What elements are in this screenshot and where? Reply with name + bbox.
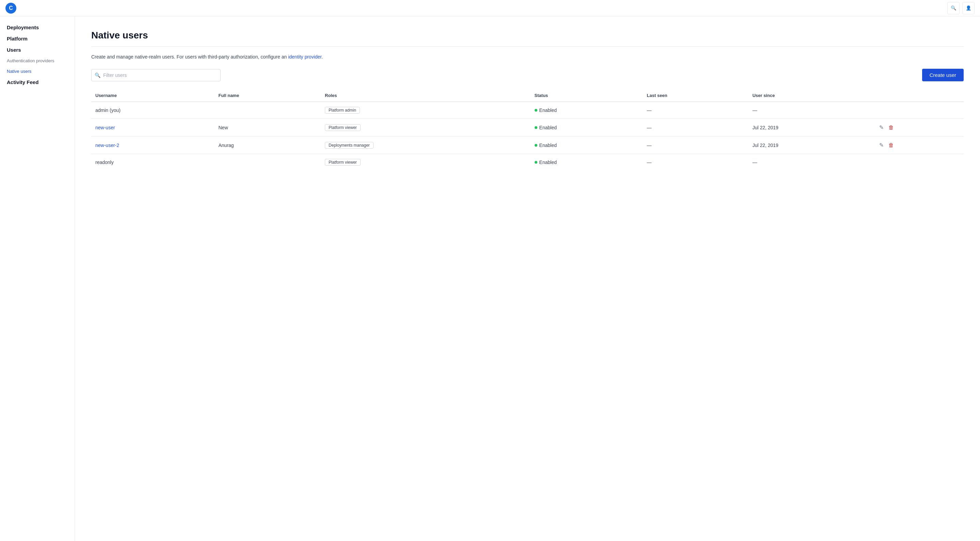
status-text-2: Enabled	[539, 143, 557, 148]
cell-lastseen-3: —	[643, 154, 748, 171]
create-user-button[interactable]: Create user	[922, 69, 964, 81]
sidebar-item-platform[interactable]: Platform	[0, 33, 75, 44]
status-dot-icon	[535, 126, 537, 129]
role-badge-3: Platform viewer	[325, 159, 361, 166]
status-enabled-1: Enabled	[535, 125, 639, 130]
table-row: new-userNewPlatform viewerEnabled—Jul 22…	[91, 119, 964, 136]
username-link-2[interactable]: new-user-2	[95, 143, 119, 148]
cell-status-0: Enabled	[531, 102, 643, 119]
cell-lastseen-0: —	[643, 102, 748, 119]
status-enabled-2: Enabled	[535, 143, 639, 148]
cell-role-3: Platform viewer	[321, 154, 531, 171]
col-lastseen: Last seen	[643, 89, 748, 102]
table-row: readonlyPlatform viewerEnabled——	[91, 154, 964, 171]
col-status: Status	[531, 89, 643, 102]
sidebar-item-activity-feed[interactable]: Activity Feed	[0, 76, 75, 88]
col-usersince: User since	[748, 89, 875, 102]
sidebar-item-deployments[interactable]: Deployments	[0, 22, 75, 33]
col-actions	[875, 89, 964, 102]
cell-fullname-1: New	[214, 119, 321, 136]
cell-role-0: Platform admin	[321, 102, 531, 119]
top-bar: C 🔍 👤	[0, 0, 980, 16]
status-dot-icon	[535, 109, 537, 112]
cell-username-3: readonly	[91, 154, 214, 171]
status-text-3: Enabled	[539, 160, 557, 165]
cell-actions-3	[875, 154, 964, 171]
username-link-1[interactable]: new-user	[95, 125, 115, 130]
edit-button-2[interactable]: ✎	[878, 141, 884, 149]
page-description: Create and manage native-realm users. Fo…	[91, 54, 964, 60]
table-row: new-user-2AnuragDeployments managerEnabl…	[91, 136, 964, 154]
cell-usersince-0: —	[748, 102, 875, 119]
sidebar-item-native-users[interactable]: Native users	[0, 66, 75, 76]
cell-lastseen-2: —	[643, 136, 748, 154]
users-table: Username Full name Roles Status Last see…	[91, 89, 964, 170]
table-row: admin (you)Platform adminEnabled——	[91, 102, 964, 119]
logo-symbol: C	[9, 5, 13, 11]
page-title: Native users	[91, 30, 964, 41]
app-body: Deployments Platform Users Authenticatio…	[0, 16, 980, 541]
table-header: Username Full name Roles Status Last see…	[91, 89, 964, 102]
cell-fullname-0	[214, 102, 321, 119]
user-button[interactable]: 👤	[962, 2, 975, 14]
sidebar-item-auth-providers[interactable]: Authentication providers	[0, 56, 75, 66]
cell-username-0: admin (you)	[91, 102, 214, 119]
cell-status-1: Enabled	[531, 119, 643, 136]
cell-actions-1: ✎🗑	[875, 119, 964, 136]
cell-username-1: new-user	[91, 119, 214, 136]
identity-provider-link[interactable]: identity provider	[288, 54, 321, 60]
app-logo[interactable]: C	[5, 3, 16, 14]
cell-usersince-3: —	[748, 154, 875, 171]
status-dot-icon	[535, 161, 537, 163]
toolbar: 🔍 Create user	[91, 69, 964, 81]
cell-lastseen-1: —	[643, 119, 748, 136]
filter-wrapper: 🔍	[91, 69, 221, 81]
user-icon: 👤	[966, 5, 972, 11]
status-text-1: Enabled	[539, 125, 557, 130]
col-roles: Roles	[321, 89, 531, 102]
role-badge-2: Deployments manager	[325, 142, 374, 149]
sidebar: Deployments Platform Users Authenticatio…	[0, 16, 75, 541]
description-text: Create and manage native-realm users. Fo…	[91, 54, 287, 60]
cell-username-2: new-user-2	[91, 136, 214, 154]
cell-actions-0	[875, 102, 964, 119]
cell-role-2: Deployments manager	[321, 136, 531, 154]
status-dot-icon	[535, 144, 537, 147]
row-actions-2: ✎🗑	[878, 141, 959, 149]
delete-button-2[interactable]: 🗑	[888, 141, 894, 149]
filter-search-icon: 🔍	[95, 73, 100, 78]
table-body: admin (you)Platform adminEnabled——new-us…	[91, 102, 964, 170]
description-suffix: .	[321, 54, 323, 60]
col-username: Username	[91, 89, 214, 102]
cell-usersince-1: Jul 22, 2019	[748, 119, 875, 136]
cell-fullname-2: Anurag	[214, 136, 321, 154]
edit-button-1[interactable]: ✎	[878, 124, 884, 131]
title-divider	[91, 46, 964, 47]
cell-actions-2: ✎🗑	[875, 136, 964, 154]
top-bar-right: 🔍 👤	[947, 2, 975, 14]
cell-usersince-2: Jul 22, 2019	[748, 136, 875, 154]
status-text-0: Enabled	[539, 108, 557, 113]
delete-button-1[interactable]: 🗑	[888, 124, 894, 131]
search-button[interactable]: 🔍	[947, 2, 959, 14]
col-fullname: Full name	[214, 89, 321, 102]
cell-role-1: Platform viewer	[321, 119, 531, 136]
filter-input[interactable]	[91, 69, 221, 81]
top-bar-left: C	[5, 3, 16, 14]
status-enabled-0: Enabled	[535, 108, 639, 113]
role-badge-0: Platform admin	[325, 107, 360, 114]
cell-fullname-3	[214, 154, 321, 171]
cell-status-2: Enabled	[531, 136, 643, 154]
main-content: Native users Create and manage native-re…	[75, 16, 980, 541]
cell-status-3: Enabled	[531, 154, 643, 171]
search-icon: 🔍	[951, 5, 956, 11]
sidebar-item-users[interactable]: Users	[0, 44, 75, 56]
role-badge-1: Platform viewer	[325, 124, 361, 131]
row-actions-1: ✎🗑	[878, 124, 959, 131]
status-enabled-3: Enabled	[535, 160, 639, 165]
